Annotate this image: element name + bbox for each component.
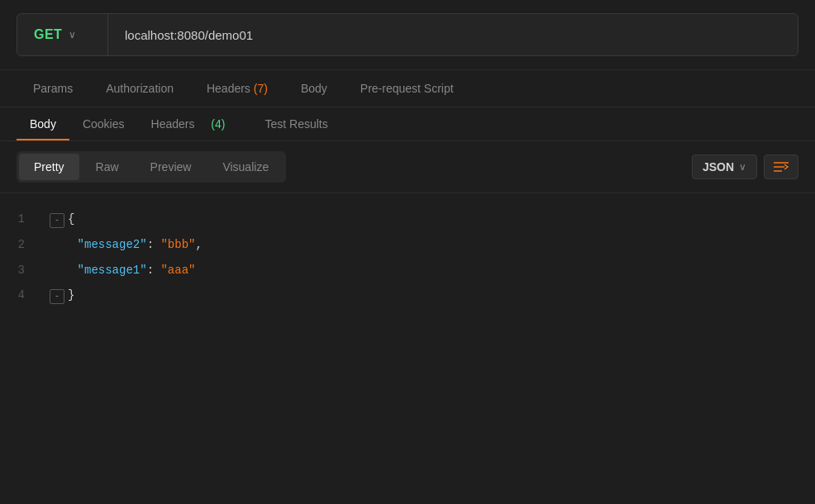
format-tab-raw[interactable]: Raw	[81, 154, 134, 180]
method-selector[interactable]: GET ∨	[17, 14, 108, 55]
response-tab-headers[interactable]: Headers (4)	[138, 107, 252, 140]
tab-body[interactable]: Body	[284, 70, 344, 107]
line-number-1: 1	[0, 207, 41, 232]
code-area: 1 -{ 2 "message2": "bbb", 3 "message1": …	[0, 193, 815, 321]
response-headers-badge: (4)	[198, 107, 238, 140]
format-selector-label: JSON	[703, 160, 734, 174]
format-bar: Pretty Raw Preview Visualize JSON ∨	[0, 141, 815, 193]
collapse-icon-1[interactable]: -	[50, 213, 64, 228]
url-bar-section: GET ∨	[0, 0, 815, 70]
tab-authorization[interactable]: Authorization	[89, 70, 190, 107]
code-line-1: 1 -{	[0, 207, 815, 232]
line-number-3: 3	[0, 258, 41, 283]
collapse-icon-4[interactable]: -	[50, 289, 64, 304]
code-line-2: 2 "message2": "bbb",	[0, 232, 815, 258]
chevron-down-icon: ∨	[69, 29, 76, 40]
line-number-2: 2	[0, 232, 41, 258]
format-tab-preview[interactable]: Preview	[136, 154, 207, 180]
format-tab-pretty[interactable]: Pretty	[19, 154, 79, 180]
response-tab-body[interactable]: Body	[17, 107, 69, 140]
response-tab-test-results[interactable]: Test Results	[251, 107, 341, 140]
format-tab-visualize[interactable]: Visualize	[207, 154, 284, 180]
tab-params[interactable]: Params	[17, 70, 89, 107]
tab-prerequest[interactable]: Pre-request Script	[344, 70, 470, 107]
wrap-icon	[773, 160, 789, 174]
code-line-4: 4 -}	[0, 283, 815, 308]
method-label: GET	[34, 27, 62, 42]
url-input[interactable]	[108, 28, 798, 42]
url-bar: GET ∨	[17, 13, 798, 56]
format-selector[interactable]: JSON ∨	[692, 155, 757, 179]
code-line-3: 3 "message1": "aaa"	[0, 258, 815, 283]
wrap-button[interactable]	[764, 155, 798, 179]
tab-headers[interactable]: Headers (7)	[190, 70, 284, 107]
response-tabs-section: Body Cookies Headers (4) Test Results	[0, 107, 815, 141]
headers-badge: (7)	[254, 82, 268, 95]
line-number-4: 4	[0, 283, 41, 308]
response-tab-cookies[interactable]: Cookies	[69, 107, 138, 140]
request-tabs: Params Authorization Headers (7) Body Pr…	[0, 70, 815, 107]
format-tabs: Pretty Raw Preview Visualize	[17, 151, 286, 183]
format-chevron-icon: ∨	[739, 161, 746, 173]
